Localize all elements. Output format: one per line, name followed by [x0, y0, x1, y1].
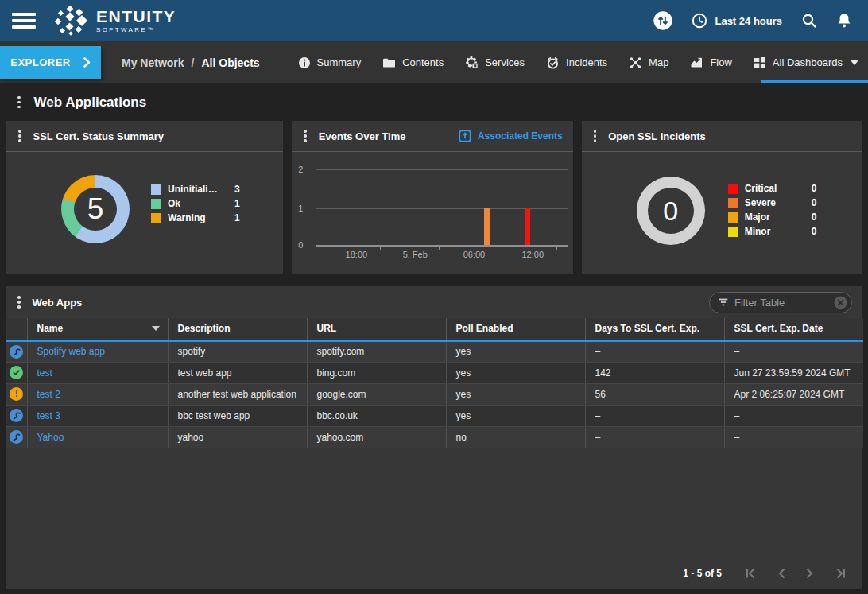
- first-page-button[interactable]: [744, 567, 758, 580]
- tab-label: All Dashboards: [773, 56, 843, 68]
- page-kebab-menu-icon[interactable]: [16, 95, 22, 111]
- incidents-alarm-icon: [546, 56, 560, 69]
- notifications-bell-icon[interactable]: [836, 12, 852, 29]
- cell-days-to-exp: 142: [585, 362, 724, 383]
- web-app-name-link[interactable]: Spotify web app: [37, 346, 105, 357]
- x-tick-label: 06:00: [463, 250, 486, 259]
- chevron-down-icon[interactable]: [851, 60, 858, 65]
- ssl-status-donut-chart: 5: [61, 175, 130, 243]
- description-column-header[interactable]: Description: [168, 318, 307, 340]
- legend-label: Ok: [168, 198, 234, 209]
- legend-item: Uninitiali… 3: [151, 182, 240, 196]
- logo-text: ENTUITY SOFTWARE™: [96, 9, 176, 33]
- tab-incidents[interactable]: Incidents: [546, 56, 607, 69]
- card-kebab-menu-icon[interactable]: [17, 128, 23, 144]
- card-kebab-menu-icon[interactable]: [592, 128, 599, 144]
- previous-page-button[interactable]: [777, 567, 786, 580]
- legend-value: 0: [812, 197, 817, 208]
- last-page-button[interactable]: [834, 567, 847, 580]
- web-app-name-link[interactable]: test 3: [37, 410, 60, 421]
- table-row[interactable]: test test web app bing.com yes 142 Jun 2…: [6, 362, 863, 383]
- cell-url: google.com: [307, 383, 446, 405]
- exp-date-column-header[interactable]: SSL Cert. Exp. Date: [724, 318, 863, 340]
- legend-swatch: [728, 227, 738, 237]
- tab-map[interactable]: Map: [629, 56, 668, 69]
- web-app-name-link[interactable]: test 2: [37, 389, 60, 400]
- url-column-header[interactable]: URL: [307, 318, 446, 340]
- table-header-row: Name Description URL Poll Enabled Days T…: [6, 318, 863, 340]
- legend-value: 3: [234, 184, 240, 195]
- card-kebab-menu-icon[interactable]: [302, 128, 308, 144]
- incidents-legend: Critical 0 Severe 0 Major 0 Minor 0: [728, 181, 817, 239]
- legend-swatch: [728, 184, 738, 194]
- clear-filter-icon[interactable]: [834, 296, 847, 309]
- hamburger-menu-icon[interactable]: [12, 10, 36, 32]
- status-uninitialized-wrench-icon: [10, 430, 23, 444]
- cell-poll-enabled: yes: [446, 383, 585, 405]
- explorer-button[interactable]: EXPLORER: [0, 46, 101, 79]
- tab-contents[interactable]: Contents: [382, 56, 444, 69]
- cell-url: bbc.co.uk: [307, 405, 446, 426]
- legend-label: Warning: [168, 212, 234, 223]
- time-range-label: Last 24 hours: [715, 15, 782, 27]
- tab-flow[interactable]: Flow: [690, 56, 731, 69]
- filter-icon: [718, 297, 729, 308]
- status-ok-check-icon: [10, 366, 23, 379]
- next-page-button[interactable]: [805, 567, 815, 580]
- cell-exp-date: Jun 27 23:59:59 2024 GMT: [724, 362, 863, 383]
- status-uninitialized-wrench-icon: [10, 409, 23, 422]
- entuity-logo-mark: [52, 5, 88, 37]
- card-kebab-menu-icon[interactable]: [16, 294, 22, 310]
- time-range-selector[interactable]: Last 24 hours: [692, 13, 782, 29]
- table-row[interactable]: ! test 2 another test web application go…: [6, 383, 863, 405]
- page-title: Web Applications: [34, 95, 147, 111]
- ssl-status-card: SSL Cert. Status Summary 5 Uninitiali… 3…: [6, 121, 283, 274]
- table-row[interactable]: Yahoo yahoo yahoo.com no – –: [6, 426, 863, 448]
- y-tick-label: 2: [298, 165, 309, 174]
- pagination: 1 - 5 of 5: [683, 567, 847, 580]
- cell-days-to-exp: –: [585, 405, 724, 426]
- table-row[interactable]: Spotify web app spotify spotify.com yes …: [6, 340, 863, 362]
- filter-table-input[interactable]: [734, 297, 828, 309]
- active-tab-underline: [761, 80, 868, 83]
- legend-item: Warning 1: [151, 211, 240, 225]
- breadcrumb-all-objects: All Objects: [201, 56, 259, 69]
- cell-days-to-exp: –: [585, 426, 724, 448]
- web-apps-card: Web Apps Name: [6, 286, 862, 589]
- app-bar: ENTUITY SOFTWARE™ Last 24 hours: [0, 0, 868, 41]
- legend-swatch: [151, 199, 161, 209]
- x-axis-line: [316, 245, 568, 247]
- view-tabs: Summary Contents Services Inc: [298, 56, 858, 69]
- legend-value: 0: [812, 226, 817, 237]
- legend-swatch: [728, 212, 738, 223]
- tab-summary[interactable]: Summary: [298, 56, 362, 69]
- associated-events-link[interactable]: Associated Events: [459, 130, 563, 142]
- name-column-header[interactable]: Name: [27, 318, 168, 340]
- x-axis-labels: 18:00 5. Feb 06:00 12:00: [316, 250, 568, 261]
- web-app-name-link[interactable]: Yahoo: [37, 432, 64, 443]
- search-icon[interactable]: [801, 13, 817, 29]
- poll-enabled-column-header[interactable]: Poll Enabled: [446, 318, 585, 340]
- legend-item: Critical 0: [728, 181, 817, 196]
- ssl-status-legend: Uninitiali… 3 Ok 1 Warning 1: [151, 182, 240, 225]
- breadcrumb-my-network[interactable]: My Network: [122, 56, 184, 69]
- days-to-exp-column-header[interactable]: Days To SSL Cert. Exp.: [585, 318, 724, 340]
- legend-swatch: [151, 213, 161, 223]
- cell-exp-date: –: [724, 405, 863, 426]
- donut-center-value: 5: [87, 192, 104, 226]
- table-row[interactable]: test 3 bbc test web app bbc.co.uk yes – …: [6, 405, 863, 426]
- open-ssl-incidents-card: Open SSL Incidents 0 Critical 0 Severe 0…: [582, 121, 862, 274]
- web-app-name-link[interactable]: test: [37, 367, 52, 379]
- sort-descending-icon[interactable]: [152, 326, 160, 331]
- swap-vertical-icon[interactable]: [653, 11, 672, 30]
- status-uninitialized-wrench-icon: [10, 345, 23, 359]
- legend-item: Minor 0: [728, 224, 817, 239]
- incidents-donut-chart: 0: [637, 177, 705, 245]
- tab-all-dashboards[interactable]: All Dashboards: [754, 56, 858, 69]
- legend-label: Uninitiali…: [168, 184, 234, 195]
- legend-item: Severe 0: [728, 196, 817, 210]
- tab-services[interactable]: Services: [465, 56, 525, 69]
- card-title: Open SSL Incidents: [608, 130, 706, 142]
- x-tick-label: 5. Feb: [403, 250, 428, 259]
- web-apps-table: Name Description URL Poll Enabled Days T…: [6, 318, 863, 448]
